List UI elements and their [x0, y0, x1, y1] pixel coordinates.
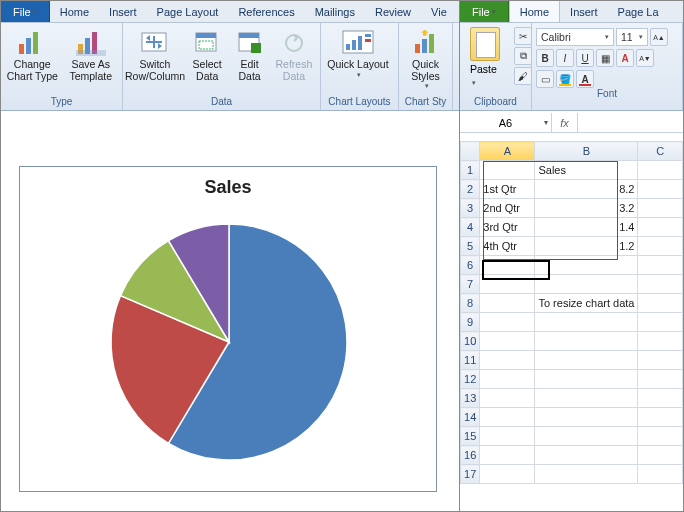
- cell-B17[interactable]: [535, 465, 638, 484]
- word-tab-home[interactable]: Home: [50, 1, 99, 22]
- cell-B14[interactable]: [535, 408, 638, 427]
- cell-B16[interactable]: [535, 446, 638, 465]
- row-header-12[interactable]: 12: [461, 370, 480, 389]
- word-tab-view[interactable]: Vie: [421, 1, 457, 22]
- paste-icon[interactable]: [470, 27, 500, 61]
- formula-input[interactable]: [578, 113, 683, 132]
- cell-C10[interactable]: [638, 332, 683, 351]
- cell-B15[interactable]: [535, 427, 638, 446]
- cell-A1[interactable]: [480, 161, 535, 180]
- word-tab-review[interactable]: Review: [365, 1, 421, 22]
- grow-font-button[interactable]: A▲: [650, 28, 668, 46]
- cell-A5[interactable]: 4th Qtr: [480, 237, 535, 256]
- font-color-red-button[interactable]: A: [616, 49, 634, 67]
- cell-C4[interactable]: [638, 218, 683, 237]
- cell-A14[interactable]: [480, 408, 535, 427]
- quick-styles-button[interactable]: Quick Styles▾: [403, 25, 448, 90]
- cell-A8[interactable]: [480, 294, 535, 313]
- row-header-2[interactable]: 2: [461, 180, 480, 199]
- cell-C1[interactable]: [638, 161, 683, 180]
- excel-tab-home[interactable]: Home: [509, 1, 560, 22]
- select-all-corner[interactable]: [461, 142, 480, 161]
- cut-button[interactable]: ✂: [514, 27, 532, 45]
- row-header-1[interactable]: 1: [461, 161, 480, 180]
- cell-C9[interactable]: [638, 313, 683, 332]
- row-header-14[interactable]: 14: [461, 408, 480, 427]
- cell-A11[interactable]: [480, 351, 535, 370]
- word-tab-references[interactable]: References: [228, 1, 304, 22]
- cell-C15[interactable]: [638, 427, 683, 446]
- cell-A10[interactable]: [480, 332, 535, 351]
- cell-A15[interactable]: [480, 427, 535, 446]
- cell-A9[interactable]: [480, 313, 535, 332]
- bold-button[interactable]: B: [536, 49, 554, 67]
- cell-C8[interactable]: [638, 294, 683, 313]
- cell-B8[interactable]: To resize chart data: [535, 294, 638, 313]
- col-header-B[interactable]: B: [535, 142, 638, 161]
- cell-A17[interactable]: [480, 465, 535, 484]
- change-chart-type-button[interactable]: Change Chart Type: [5, 25, 60, 82]
- cell-B9[interactable]: [535, 313, 638, 332]
- cell-C7[interactable]: [638, 275, 683, 294]
- cell-B6[interactable]: [535, 256, 638, 275]
- cell-B11[interactable]: [535, 351, 638, 370]
- cell-C17[interactable]: [638, 465, 683, 484]
- cell-B1[interactable]: Sales: [535, 161, 638, 180]
- cell-B13[interactable]: [535, 389, 638, 408]
- cell-C6[interactable]: [638, 256, 683, 275]
- underline-button[interactable]: U: [576, 49, 594, 67]
- paste-button[interactable]: Paste ▾: [470, 63, 500, 87]
- row-header-11[interactable]: 11: [461, 351, 480, 370]
- word-tab-mailings[interactable]: Mailings: [305, 1, 365, 22]
- row-header-7[interactable]: 7: [461, 275, 480, 294]
- format-painter-button[interactable]: 🖌: [514, 67, 532, 85]
- cell-C2[interactable]: [638, 180, 683, 199]
- row-header-8[interactable]: 8: [461, 294, 480, 313]
- font-size-select[interactable]: 11▾: [616, 28, 648, 46]
- fill-color-button[interactable]: 🪣: [556, 70, 574, 88]
- word-file-tab[interactable]: File▾: [1, 1, 50, 22]
- cell-C11[interactable]: [638, 351, 683, 370]
- row-header-17[interactable]: 17: [461, 465, 480, 484]
- cell-C14[interactable]: [638, 408, 683, 427]
- row-header-6[interactable]: 6: [461, 256, 480, 275]
- cell-C16[interactable]: [638, 446, 683, 465]
- cell-A12[interactable]: [480, 370, 535, 389]
- cell-A3[interactable]: 2nd Qtr: [480, 199, 535, 218]
- chart-object[interactable]: Sales: [19, 166, 437, 492]
- row-header-16[interactable]: 16: [461, 446, 480, 465]
- copy-button[interactable]: ⧉: [514, 47, 532, 65]
- switch-row-column-button[interactable]: Switch Row/Column: [127, 25, 183, 82]
- cell-A2[interactable]: 1st Qtr: [480, 180, 535, 199]
- cell-A4[interactable]: 3rd Qtr: [480, 218, 535, 237]
- cell-B12[interactable]: [535, 370, 638, 389]
- cell-A7[interactable]: [480, 275, 535, 294]
- word-tab-pagelayout[interactable]: Page Layout: [147, 1, 229, 22]
- row-header-13[interactable]: 13: [461, 389, 480, 408]
- row-header-15[interactable]: 15: [461, 427, 480, 446]
- cell-C5[interactable]: [638, 237, 683, 256]
- spreadsheet-grid[interactable]: ABC1Sales21st Qtr8.232nd Qtr3.243rd Qtr1…: [460, 141, 683, 511]
- fx-icon[interactable]: fx: [552, 113, 578, 132]
- cell-A6[interactable]: [480, 256, 535, 275]
- border-button[interactable]: ▦: [596, 49, 614, 67]
- borders-button[interactable]: ▭: [536, 70, 554, 88]
- cell-B10[interactable]: [535, 332, 638, 351]
- row-header-10[interactable]: 10: [461, 332, 480, 351]
- cell-A13[interactable]: [480, 389, 535, 408]
- word-document-area[interactable]: Sales: [1, 111, 459, 511]
- cell-A16[interactable]: [480, 446, 535, 465]
- row-header-3[interactable]: 3: [461, 199, 480, 218]
- save-as-template-button[interactable]: Save As Template: [64, 25, 119, 82]
- excel-file-tab[interactable]: File▾: [460, 1, 509, 22]
- cell-B7[interactable]: [535, 275, 638, 294]
- excel-tab-pagelayout[interactable]: Page La: [608, 1, 669, 22]
- edit-data-button[interactable]: Edit Data: [231, 25, 267, 82]
- cell-C12[interactable]: [638, 370, 683, 389]
- row-header-5[interactable]: 5: [461, 237, 480, 256]
- cell-B4[interactable]: 1.4: [535, 218, 638, 237]
- quick-layout-button[interactable]: Quick Layout▾: [325, 25, 391, 78]
- shrink-font-button[interactable]: A▼: [636, 49, 654, 67]
- col-header-A[interactable]: A: [480, 142, 535, 161]
- font-name-select[interactable]: Calibri▾: [536, 28, 614, 46]
